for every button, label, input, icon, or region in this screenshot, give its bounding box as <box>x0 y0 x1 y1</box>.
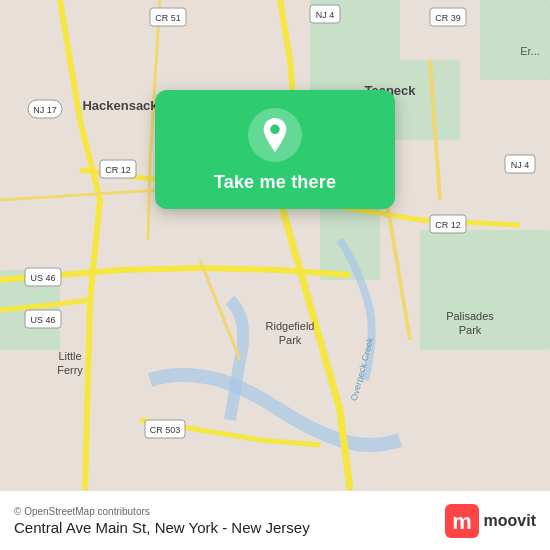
svg-rect-6 <box>480 0 550 80</box>
svg-text:CR 39: CR 39 <box>435 13 461 23</box>
svg-text:CR 51: CR 51 <box>155 13 181 23</box>
svg-text:NJ 4: NJ 4 <box>511 160 530 170</box>
map-attribution: © OpenStreetMap contributors <box>14 506 310 517</box>
svg-text:CR 12: CR 12 <box>105 165 131 175</box>
svg-text:CR 503: CR 503 <box>150 425 181 435</box>
bottom-left: © OpenStreetMap contributors Central Ave… <box>14 506 310 536</box>
moovit-text: moovit <box>484 512 536 530</box>
location-pin-icon <box>261 118 289 152</box>
svg-text:m: m <box>452 509 472 534</box>
action-card: Take me there <box>155 90 395 209</box>
svg-text:Er...: Er... <box>520 45 540 57</box>
svg-text:Park: Park <box>459 324 482 336</box>
svg-text:Ridgefield: Ridgefield <box>266 320 315 332</box>
moovit-icon: m <box>445 504 479 538</box>
svg-text:US 46: US 46 <box>30 315 55 325</box>
take-me-there-button[interactable]: Take me there <box>214 172 336 193</box>
svg-text:US 46: US 46 <box>30 273 55 283</box>
pin-icon-wrapper <box>248 108 302 162</box>
svg-text:NJ 17: NJ 17 <box>33 105 57 115</box>
svg-text:Ferry: Ferry <box>57 364 83 376</box>
svg-text:Palisades: Palisades <box>446 310 494 322</box>
svg-text:Park: Park <box>279 334 302 346</box>
svg-text:Little: Little <box>58 350 81 362</box>
moovit-logo[interactable]: m moovit <box>445 504 536 538</box>
svg-text:Hackensack: Hackensack <box>82 98 158 113</box>
svg-text:NJ 4: NJ 4 <box>316 10 335 20</box>
svg-point-37 <box>270 125 279 134</box>
svg-text:CR 12: CR 12 <box>435 220 461 230</box>
bottom-bar: © OpenStreetMap contributors Central Ave… <box>0 490 550 550</box>
map-container: CR 51 NJ 4 CR 39 NJ 17 CR 12 CR 12 US 46… <box>0 0 550 490</box>
svg-rect-5 <box>420 230 550 350</box>
location-name: Central Ave Main St, New York - New Jers… <box>14 519 310 536</box>
